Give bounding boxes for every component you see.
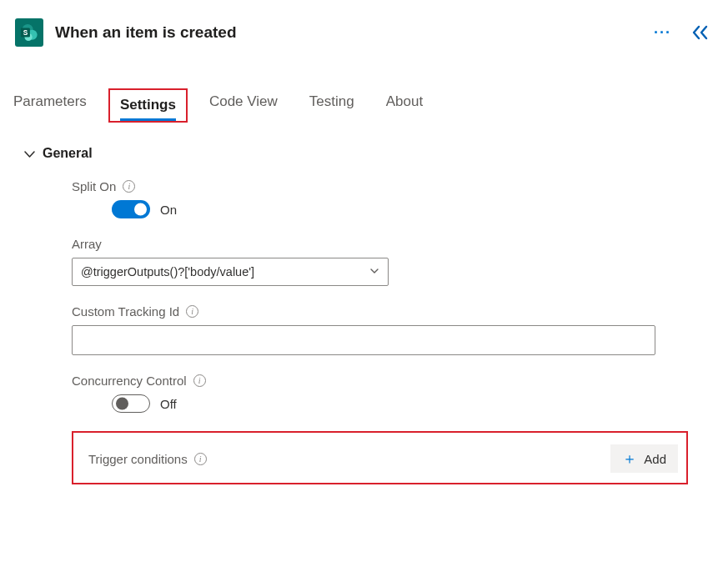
info-icon[interactable]: i: [186, 305, 198, 318]
custom-tracking-id-input[interactable]: [72, 325, 655, 355]
tab-code-view[interactable]: Code View: [209, 88, 278, 123]
field-custom-tracking-id: Custom Tracking Id i: [72, 304, 688, 355]
array-select[interactable]: @triggerOutputs()?['body/value']: [72, 258, 389, 286]
card-title: When an item is created: [55, 23, 642, 42]
array-label: Array: [72, 237, 102, 251]
field-array: Array @triggerOutputs()?['body/value']: [72, 237, 688, 286]
tab-bar: Parameters Settings Code View Testing Ab…: [13, 88, 713, 123]
info-icon[interactable]: i: [123, 180, 135, 193]
more-actions-button[interactable]: ···: [654, 24, 671, 42]
chevron-down-icon: [23, 148, 36, 160]
card-header: S When an item is created ···: [13, 15, 713, 60]
concurrency-control-state: Off: [160, 397, 177, 411]
split-on-state: On: [160, 203, 177, 217]
tab-testing[interactable]: Testing: [309, 88, 354, 123]
tab-settings[interactable]: Settings: [120, 92, 176, 121]
array-value: @triggerOutputs()?['body/value']: [81, 265, 254, 278]
add-button-label: Add: [644, 452, 666, 466]
tab-about[interactable]: About: [386, 88, 423, 123]
collapse-icon[interactable]: [691, 25, 710, 40]
section-general-toggle[interactable]: General: [23, 146, 713, 161]
tab-parameters[interactable]: Parameters: [13, 88, 87, 123]
field-trigger-conditions: Trigger conditions i ＋ Add: [72, 431, 688, 484]
trigger-conditions-label: Trigger conditions: [88, 452, 188, 466]
split-on-toggle[interactable]: [112, 200, 150, 218]
section-general-label: General: [43, 146, 93, 161]
sharepoint-icon: S: [15, 18, 43, 47]
chevron-down-icon: [369, 265, 379, 278]
field-split-on: Split On i On: [72, 179, 688, 218]
info-icon[interactable]: i: [194, 453, 207, 465]
info-icon[interactable]: i: [193, 374, 206, 387]
concurrency-control-label: Concurrency Control: [72, 374, 187, 388]
plus-icon: ＋: [622, 451, 637, 466]
custom-tracking-id-label: Custom Tracking Id: [72, 304, 179, 319]
add-trigger-condition-button[interactable]: ＋ Add: [610, 444, 678, 473]
svg-text:S: S: [23, 29, 28, 37]
split-on-label: Split On: [72, 179, 116, 193]
concurrency-control-toggle[interactable]: [112, 394, 150, 413]
field-concurrency-control: Concurrency Control i Off: [72, 374, 688, 413]
